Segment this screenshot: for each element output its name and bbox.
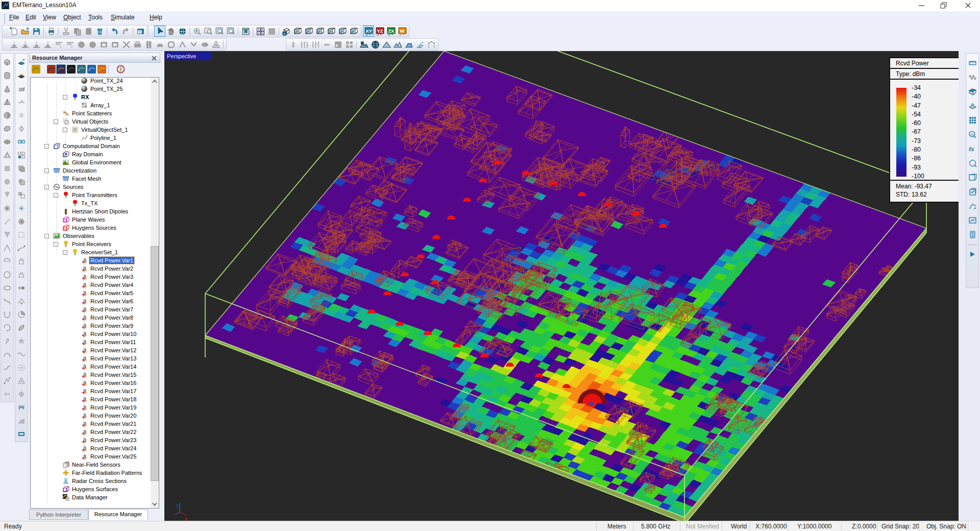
svg-text:?: ? xyxy=(138,30,140,34)
svg-text:1: 1 xyxy=(103,43,105,46)
svg-text:W: W xyxy=(400,28,404,33)
svg-text:F: F xyxy=(257,32,259,35)
svg-text:Perspective: Perspective xyxy=(167,53,196,59)
svg-text:2: 2 xyxy=(24,40,26,45)
svg-text:1: 1 xyxy=(35,40,37,45)
svg-text:2: 2 xyxy=(70,43,72,48)
svg-text:P: P xyxy=(261,28,263,31)
svg-text:fx: fx xyxy=(969,145,974,152)
svg-text:2: 2 xyxy=(114,43,116,46)
svg-text:x: x xyxy=(185,516,187,521)
svg-text:R: R xyxy=(261,32,263,35)
svg-text:o: o xyxy=(283,32,285,35)
svg-text:1: 1 xyxy=(13,40,15,45)
svg-text:1: 1 xyxy=(59,43,61,48)
svg-text:XY: XY xyxy=(365,28,372,33)
svg-text:G: G xyxy=(970,132,973,136)
svg-text:YZ: YZ xyxy=(377,28,383,33)
svg-text:ZX: ZX xyxy=(388,28,395,33)
svg-text:2: 2 xyxy=(46,40,48,45)
svg-text:T: T xyxy=(257,28,259,31)
svg-text:y: y xyxy=(176,502,179,508)
